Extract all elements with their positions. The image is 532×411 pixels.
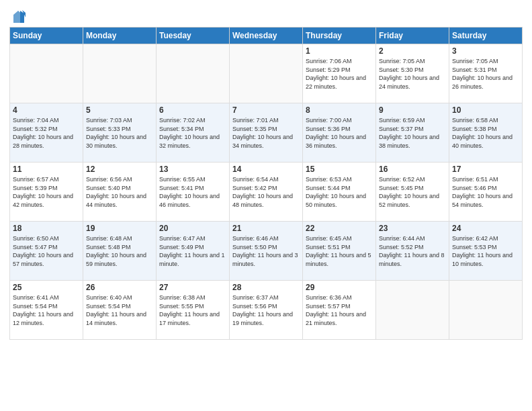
day-info: Sunrise: 7:04 AM Sunset: 5:32 PM Dayligh… <box>13 116 80 150</box>
day-info: Sunrise: 6:50 AM Sunset: 5:47 PM Dayligh… <box>13 234 80 268</box>
day-info: Sunrise: 6:40 AM Sunset: 5:54 PM Dayligh… <box>86 293 153 327</box>
day-number: 29 <box>306 283 373 292</box>
day-number: 19 <box>86 224 153 233</box>
day-info: Sunrise: 6:38 AM Sunset: 5:55 PM Dayligh… <box>159 293 226 327</box>
day-number: 5 <box>86 105 153 115</box>
page-container: SundayMondayTuesdayWednesdayThursdayFrid… <box>0 0 532 347</box>
day-info: Sunrise: 6:56 AM Sunset: 5:40 PM Dayligh… <box>86 175 153 209</box>
day-number: 9 <box>379 105 446 115</box>
calendar-cell <box>376 281 449 340</box>
day-info: Sunrise: 6:48 AM Sunset: 5:48 PM Dayligh… <box>86 234 153 268</box>
calendar-cell: 10Sunrise: 6:58 AM Sunset: 5:38 PM Dayli… <box>449 103 523 163</box>
calendar-table: SundayMondayTuesdayWednesdayThursdayFrid… <box>9 27 523 340</box>
day-number: 24 <box>452 224 519 233</box>
day-header-thursday: Thursday <box>303 28 376 44</box>
day-info: Sunrise: 7:02 AM Sunset: 5:34 PM Dayligh… <box>159 116 226 150</box>
day-number: 20 <box>159 224 226 233</box>
day-number: 25 <box>13 283 80 292</box>
day-header-saturday: Saturday <box>449 28 523 44</box>
day-number: 4 <box>13 105 80 115</box>
day-number: 18 <box>13 224 80 233</box>
logo <box>9 9 26 24</box>
calendar-cell <box>449 281 523 340</box>
calendar-cell: 25Sunrise: 6:41 AM Sunset: 5:54 PM Dayli… <box>10 281 83 340</box>
day-number: 26 <box>86 283 153 292</box>
day-header-sunday: Sunday <box>10 28 83 44</box>
calendar-cell: 29Sunrise: 6:36 AM Sunset: 5:57 PM Dayli… <box>303 281 376 340</box>
day-header-tuesday: Tuesday <box>157 28 230 44</box>
calendar-cell: 13Sunrise: 6:55 AM Sunset: 5:41 PM Dayli… <box>157 163 230 222</box>
day-number: 23 <box>379 224 446 233</box>
day-info: Sunrise: 6:51 AM Sunset: 5:46 PM Dayligh… <box>452 175 519 209</box>
day-info: Sunrise: 6:55 AM Sunset: 5:41 PM Dayligh… <box>159 175 226 209</box>
calendar-cell: 5Sunrise: 7:03 AM Sunset: 5:33 PM Daylig… <box>83 103 157 163</box>
day-info: Sunrise: 6:45 AM Sunset: 5:51 PM Dayligh… <box>306 234 373 268</box>
day-info: Sunrise: 6:47 AM Sunset: 5:49 PM Dayligh… <box>159 234 226 268</box>
day-info: Sunrise: 7:00 AM Sunset: 5:36 PM Dayligh… <box>306 116 373 150</box>
day-info: Sunrise: 7:01 AM Sunset: 5:35 PM Dayligh… <box>232 116 300 150</box>
calendar-cell: 14Sunrise: 6:54 AM Sunset: 5:42 PM Dayli… <box>230 163 303 222</box>
calendar-cell <box>157 44 230 103</box>
calendar-cell: 1Sunrise: 7:06 AM Sunset: 5:29 PM Daylig… <box>303 44 376 103</box>
calendar-cell: 18Sunrise: 6:50 AM Sunset: 5:47 PM Dayli… <box>10 222 83 281</box>
calendar-cell: 24Sunrise: 6:42 AM Sunset: 5:53 PM Dayli… <box>449 222 523 281</box>
calendar-header-row: SundayMondayTuesdayWednesdayThursdayFrid… <box>10 28 523 44</box>
day-number: 12 <box>86 165 153 174</box>
day-info: Sunrise: 6:59 AM Sunset: 5:37 PM Dayligh… <box>379 116 446 150</box>
calendar-cell: 6Sunrise: 7:02 AM Sunset: 5:34 PM Daylig… <box>157 103 230 163</box>
day-info: Sunrise: 7:05 AM Sunset: 5:31 PM Dayligh… <box>452 57 519 91</box>
day-number: 22 <box>306 224 373 233</box>
day-info: Sunrise: 6:44 AM Sunset: 5:52 PM Dayligh… <box>379 234 446 268</box>
calendar-week-2: 4Sunrise: 7:04 AM Sunset: 5:32 PM Daylig… <box>10 103 523 163</box>
calendar-cell: 15Sunrise: 6:53 AM Sunset: 5:44 PM Dayli… <box>303 163 376 222</box>
calendar-cell: 20Sunrise: 6:47 AM Sunset: 5:49 PM Dayli… <box>157 222 230 281</box>
calendar-cell: 8Sunrise: 7:00 AM Sunset: 5:36 PM Daylig… <box>303 103 376 163</box>
day-header-friday: Friday <box>376 28 449 44</box>
calendar-week-3: 11Sunrise: 6:57 AM Sunset: 5:39 PM Dayli… <box>10 163 523 222</box>
calendar-cell: 21Sunrise: 6:46 AM Sunset: 5:50 PM Dayli… <box>230 222 303 281</box>
day-number: 8 <box>306 105 373 115</box>
header <box>9 7 523 24</box>
day-info: Sunrise: 6:41 AM Sunset: 5:54 PM Dayligh… <box>13 293 80 327</box>
day-number: 7 <box>232 105 300 115</box>
day-info: Sunrise: 6:46 AM Sunset: 5:50 PM Dayligh… <box>232 234 300 268</box>
calendar-cell: 17Sunrise: 6:51 AM Sunset: 5:46 PM Dayli… <box>449 163 523 222</box>
day-info: Sunrise: 6:37 AM Sunset: 5:56 PM Dayligh… <box>232 293 300 327</box>
day-number: 6 <box>159 105 226 115</box>
day-info: Sunrise: 6:42 AM Sunset: 5:53 PM Dayligh… <box>452 234 519 268</box>
calendar-week-1: 1Sunrise: 7:06 AM Sunset: 5:29 PM Daylig… <box>10 44 523 103</box>
day-number: 28 <box>232 283 300 292</box>
day-number: 17 <box>452 165 519 174</box>
day-number: 21 <box>232 224 300 233</box>
day-number: 27 <box>159 283 226 292</box>
day-number: 10 <box>452 105 519 115</box>
calendar-week-5: 25Sunrise: 6:41 AM Sunset: 5:54 PM Dayli… <box>10 281 523 340</box>
calendar-cell: 23Sunrise: 6:44 AM Sunset: 5:52 PM Dayli… <box>376 222 449 281</box>
calendar-cell <box>83 44 157 103</box>
calendar-week-4: 18Sunrise: 6:50 AM Sunset: 5:47 PM Dayli… <box>10 222 523 281</box>
day-number: 14 <box>232 165 300 174</box>
day-number: 15 <box>306 165 373 174</box>
calendar-cell: 22Sunrise: 6:45 AM Sunset: 5:51 PM Dayli… <box>303 222 376 281</box>
day-header-wednesday: Wednesday <box>230 28 303 44</box>
day-info: Sunrise: 6:58 AM Sunset: 5:38 PM Dayligh… <box>452 116 519 150</box>
calendar-cell <box>230 44 303 103</box>
calendar-cell: 28Sunrise: 6:37 AM Sunset: 5:56 PM Dayli… <box>230 281 303 340</box>
logo-icon <box>11 9 26 24</box>
calendar-cell: 2Sunrise: 7:05 AM Sunset: 5:30 PM Daylig… <box>376 44 449 103</box>
day-info: Sunrise: 7:06 AM Sunset: 5:29 PM Dayligh… <box>306 57 373 91</box>
calendar-cell: 4Sunrise: 7:04 AM Sunset: 5:32 PM Daylig… <box>10 103 83 163</box>
calendar-cell: 11Sunrise: 6:57 AM Sunset: 5:39 PM Dayli… <box>10 163 83 222</box>
calendar-cell: 27Sunrise: 6:38 AM Sunset: 5:55 PM Dayli… <box>157 281 230 340</box>
day-number: 11 <box>13 165 80 174</box>
calendar-cell <box>10 44 83 103</box>
calendar-cell: 16Sunrise: 6:52 AM Sunset: 5:45 PM Dayli… <box>376 163 449 222</box>
calendar-cell: 3Sunrise: 7:05 AM Sunset: 5:31 PM Daylig… <box>449 44 523 103</box>
day-number: 1 <box>306 46 373 56</box>
day-info: Sunrise: 6:57 AM Sunset: 5:39 PM Dayligh… <box>13 175 80 209</box>
day-number: 13 <box>159 165 226 174</box>
calendar-cell: 7Sunrise: 7:01 AM Sunset: 5:35 PM Daylig… <box>230 103 303 163</box>
day-info: Sunrise: 6:53 AM Sunset: 5:44 PM Dayligh… <box>306 175 373 209</box>
calendar-cell: 26Sunrise: 6:40 AM Sunset: 5:54 PM Dayli… <box>83 281 157 340</box>
day-info: Sunrise: 7:05 AM Sunset: 5:30 PM Dayligh… <box>379 57 446 91</box>
